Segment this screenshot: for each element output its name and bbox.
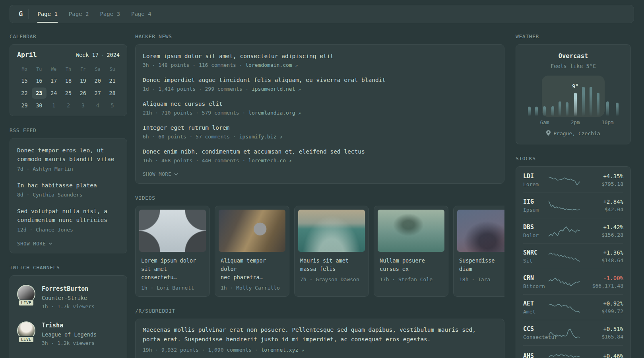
- calendar-section-label: CALENDAR: [10, 33, 127, 39]
- stock-sparkline: [549, 251, 580, 263]
- hackernews-item-link[interactable]: loremlandia.org: [248, 110, 295, 116]
- weather-hour-column: [549, 83, 556, 125]
- calendar-day: 16: [32, 75, 47, 86]
- stock-row[interactable]: AHS +0.46%: [523, 345, 623, 358]
- weather-temp-bar: 9°: [574, 93, 577, 116]
- left-column: CALENDAR April Week 17 · 2024 MoTuWeThFr…: [10, 33, 127, 358]
- hackernews-item-title[interactable]: Donec imperdiet augue tincidunt felis al…: [143, 77, 497, 83]
- stock-values: +1.42% $156.28: [585, 224, 623, 238]
- stock-row[interactable]: SNRC Sit +1.36% $148.64: [523, 243, 623, 269]
- video-card[interactable]: Mauris sit amet massa felis 7h · Grayson…: [294, 206, 369, 297]
- video-thumbnail[interactable]: [298, 210, 365, 252]
- subreddit-widget: /R/SUBREDDIT Maecenas mollis pulvinar er…: [135, 308, 504, 358]
- stock-symbol: AHS: [523, 352, 547, 358]
- video-thumbnail[interactable]: [457, 210, 504, 252]
- stock-values: +0.92% $499.72: [585, 300, 623, 314]
- calendar-days-grid: 1516171819202122232425262728293012345: [17, 75, 120, 111]
- stock-row[interactable]: AET Amet +0.92% $499.72: [523, 294, 623, 320]
- hackernews-item-link[interactable]: loremdomain.com: [245, 62, 292, 68]
- page-tab[interactable]: Page 3: [100, 5, 120, 23]
- rss-item: Sed volutpat nulla nisl, a condimentum n…: [17, 202, 120, 237]
- calendar-day: 23: [32, 88, 47, 99]
- rss-show-more-button[interactable]: SHOW MORE: [17, 237, 120, 251]
- weather-temp-bar: [590, 87, 592, 116]
- calendar-year: 2024: [107, 52, 120, 58]
- hackernews-card: Lorem ipsum dolor sit amet, consectetur …: [135, 44, 504, 184]
- hackernews-item-link[interactable]: ipsumify.biz: [239, 134, 277, 140]
- stock-row[interactable]: CRN Bitcorn -1.00% $66,171.48: [523, 269, 623, 294]
- video-title: Mauris sit amet massa felis: [300, 257, 363, 273]
- stock-row[interactable]: DBS Dolor +1.42% $156.28: [523, 218, 623, 243]
- twitch-channel-category: League of Legends: [42, 331, 97, 338]
- page-tab[interactable]: Page 2: [69, 5, 89, 23]
- video-card[interactable]: Aliquam tempor dolor nec pharetra… 1h · …: [215, 206, 289, 297]
- video-thumbnail[interactable]: [378, 210, 444, 252]
- hackernews-item-title[interactable]: Lorem ipsum dolor sit amet, consectetur …: [143, 53, 497, 59]
- hackernews-item-title[interactable]: Integer eget rutrum lorem: [143, 125, 497, 131]
- video-card-body: Suspendisse diam 18h · Tara: [454, 252, 504, 288]
- video-thumbnail[interactable]: [139, 210, 206, 252]
- weather-hour-column: [594, 83, 601, 125]
- video-card[interactable]: Suspendisse diam 18h · Tara: [453, 206, 504, 297]
- hackernews-show-more-button[interactable]: SHOW MORE: [143, 168, 497, 181]
- external-link-icon: ↗: [289, 158, 292, 163]
- calendar-day: 29: [17, 100, 32, 111]
- subreddit-post-info: 19h · 9,932 points · 1,090 comments ·: [143, 347, 258, 353]
- video-title: Suspendisse diam: [459, 257, 504, 273]
- twitch-channel-row[interactable]: KendallCarr: [17, 352, 120, 358]
- stock-price: $66,171.48: [585, 283, 623, 289]
- weather-hour-label: 2pm: [571, 119, 580, 125]
- video-card[interactable]: Lorem ipsum dolor sit amet consectetu… 1…: [135, 206, 210, 297]
- rss-item-title[interactable]: Sed volutpat nulla nisl, a condimentum n…: [17, 207, 120, 225]
- rss-item-meta: 12d · Chance Jones: [17, 227, 120, 233]
- stock-row[interactable]: CCS Consectetur +0.51% $165.84: [523, 320, 623, 345]
- stock-price: $499.72: [585, 308, 623, 314]
- twitch-channel-row[interactable]: LIVE ForrestBurton Counter-Strike 1h · 1…: [17, 279, 120, 315]
- twitch-channel-row[interactable]: LIVE Trisha League of Legends 3h · 1.2k …: [17, 315, 120, 352]
- twitch-channel-meta: 3h · 1.2k viewers: [42, 340, 97, 346]
- live-badge: LIVE: [18, 336, 34, 343]
- video-card[interactable]: Nullam posuere cursus ex 17h · Stefan Co…: [374, 206, 448, 297]
- subreddit-post-title[interactable]: Maecenas mollis pulvinar erat non posuer…: [143, 325, 497, 344]
- stock-row[interactable]: IIG Ipsum +2.84% $42.04: [523, 193, 623, 218]
- page-tab[interactable]: Page 1: [37, 5, 58, 23]
- chevron-down-icon: [48, 242, 52, 245]
- twitch-card: LIVE ForrestBurton Counter-Strike 1h · 1…: [10, 275, 127, 358]
- rss-item-title[interactable]: Donec tempor eros leo, ut commodo mauris…: [17, 146, 120, 164]
- stock-values: +4.35% $795.18: [585, 173, 623, 187]
- videos-widget: VIDEOS Lorem ipsum dolor sit amet consec…: [135, 195, 504, 297]
- rss-item: In hac habitasse platea 8d · Cynthia Sau…: [17, 177, 120, 203]
- hackernews-item-link[interactable]: loremtech.co: [248, 158, 286, 163]
- rss-widget: RSS FEED Donec tempor eros leo, ut commo…: [10, 127, 127, 253]
- twitch-channel-name: Trisha: [42, 322, 97, 329]
- subreddit-section-label: /R/SUBREDDIT: [135, 308, 504, 314]
- hackernews-widget: HACKER NEWS Lorem ipsum dolor sit amet, …: [135, 33, 504, 184]
- page-tab[interactable]: Page 4: [131, 5, 151, 23]
- weather-feels-like: Feels like 5°C: [523, 63, 623, 69]
- weather-hour-label: 6am: [540, 119, 549, 125]
- hackernews-item-title[interactable]: Aliquam nec cursus elit: [143, 101, 497, 107]
- app-logo[interactable]: G: [17, 5, 28, 23]
- stock-change: +1.36%: [585, 249, 623, 256]
- stock-values: +2.84% $42.04: [585, 198, 623, 212]
- subreddit-list: Maecenas mollis pulvinar erat non posuer…: [143, 325, 497, 353]
- stock-change: +0.46%: [585, 353, 623, 358]
- hackernews-item-info: 16h · 468 points · 440 comments ·: [143, 158, 245, 163]
- calendar-day: 18: [61, 75, 76, 86]
- subreddit-post-link[interactable]: loremnet.xyz: [261, 347, 298, 353]
- stock-row[interactable]: LDI Lorem +4.35% $795.18: [523, 167, 623, 193]
- video-thumbnail[interactable]: [219, 210, 285, 252]
- hackernews-item-meta: 3h · 148 points · 116 comments · loremdo…: [143, 62, 497, 68]
- hackernews-item-title[interactable]: Donec enim nibh, condimentum et accumsan…: [143, 148, 497, 155]
- rss-item-title[interactable]: In hac habitasse platea: [17, 181, 120, 190]
- weather-bars: 6am: [526, 83, 621, 125]
- day-of-week-label: Tu: [32, 64, 47, 75]
- calendar-day: 3: [76, 100, 90, 111]
- nav-divider: [28, 9, 29, 19]
- weather-hour-column: [526, 83, 533, 125]
- hackernews-item-link[interactable]: ipsumworld.net: [252, 86, 295, 92]
- stock-symbol-block: SNRC Sit: [523, 249, 547, 264]
- page-tabs: Page 1 Page 2 Page 3 Page 4: [37, 5, 151, 23]
- stock-price: $165.84: [585, 334, 623, 340]
- hackernews-item: Donec enim nibh, condimentum et accumsan…: [143, 144, 497, 168]
